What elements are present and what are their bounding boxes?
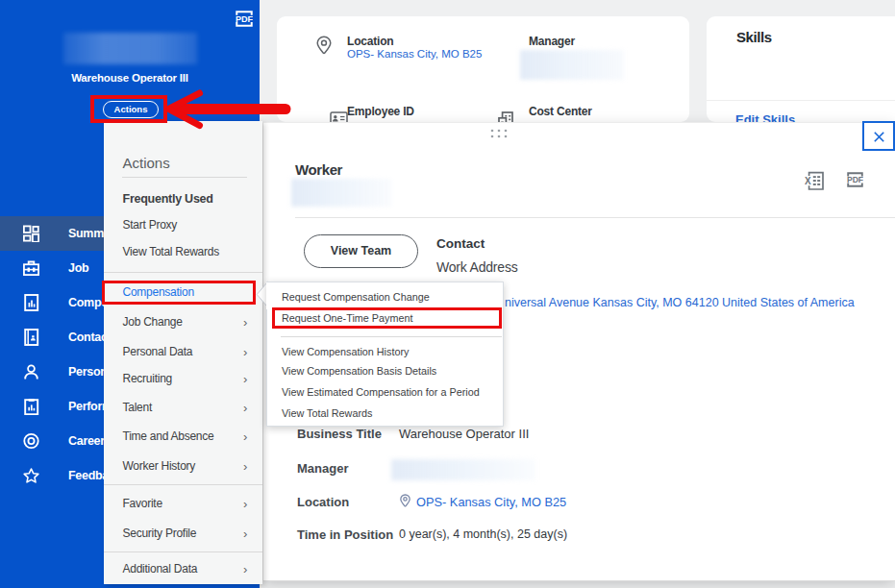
svg-text:PDF: PDF (847, 175, 863, 184)
svg-text:X: X (805, 176, 811, 186)
svg-text:PDF: PDF (236, 14, 253, 24)
